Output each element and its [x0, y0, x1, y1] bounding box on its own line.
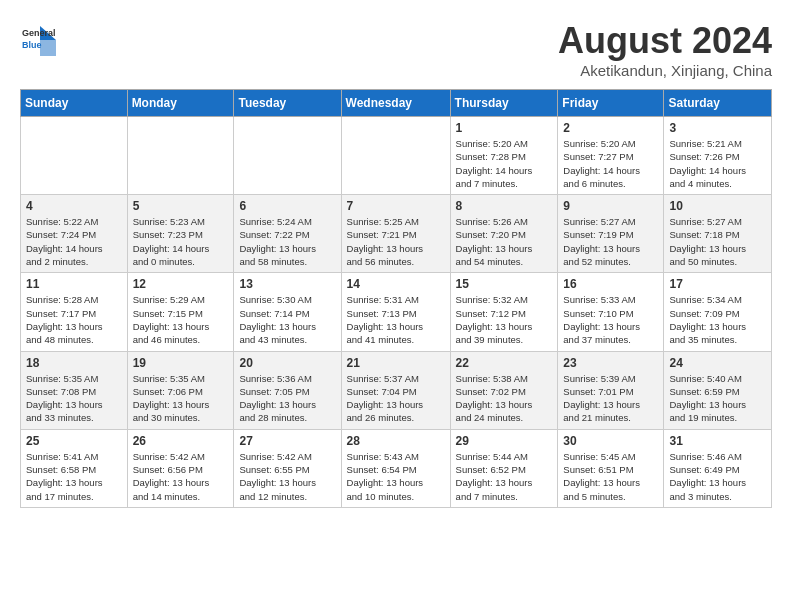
calendar-day-cell: 14Sunrise: 5:31 AM Sunset: 7:13 PM Dayli…	[341, 273, 450, 351]
day-number: 27	[239, 434, 335, 448]
logo: General Blue	[20, 20, 56, 56]
day-number: 23	[563, 356, 658, 370]
calendar-day-cell: 12Sunrise: 5:29 AM Sunset: 7:15 PM Dayli…	[127, 273, 234, 351]
calendar-day-cell: 6Sunrise: 5:24 AM Sunset: 7:22 PM Daylig…	[234, 195, 341, 273]
day-number: 31	[669, 434, 766, 448]
weekday-header: Wednesday	[341, 90, 450, 117]
calendar-day-cell: 17Sunrise: 5:34 AM Sunset: 7:09 PM Dayli…	[664, 273, 772, 351]
day-number: 18	[26, 356, 122, 370]
day-info: Sunrise: 5:26 AM Sunset: 7:20 PM Dayligh…	[456, 215, 553, 268]
calendar-day-cell: 19Sunrise: 5:35 AM Sunset: 7:06 PM Dayli…	[127, 351, 234, 429]
day-info: Sunrise: 5:23 AM Sunset: 7:23 PM Dayligh…	[133, 215, 229, 268]
day-info: Sunrise: 5:44 AM Sunset: 6:52 PM Dayligh…	[456, 450, 553, 503]
svg-text:Blue: Blue	[22, 40, 42, 50]
day-number: 6	[239, 199, 335, 213]
calendar-day-cell: 28Sunrise: 5:43 AM Sunset: 6:54 PM Dayli…	[341, 429, 450, 507]
day-info: Sunrise: 5:35 AM Sunset: 7:08 PM Dayligh…	[26, 372, 122, 425]
day-info: Sunrise: 5:36 AM Sunset: 7:05 PM Dayligh…	[239, 372, 335, 425]
day-number: 30	[563, 434, 658, 448]
calendar-day-cell: 15Sunrise: 5:32 AM Sunset: 7:12 PM Dayli…	[450, 273, 558, 351]
day-number: 19	[133, 356, 229, 370]
day-number: 7	[347, 199, 445, 213]
calendar-day-cell: 3Sunrise: 5:21 AM Sunset: 7:26 PM Daylig…	[664, 117, 772, 195]
day-number: 8	[456, 199, 553, 213]
calendar-day-cell: 7Sunrise: 5:25 AM Sunset: 7:21 PM Daylig…	[341, 195, 450, 273]
month-title: August 2024	[558, 20, 772, 62]
day-info: Sunrise: 5:38 AM Sunset: 7:02 PM Dayligh…	[456, 372, 553, 425]
day-number: 3	[669, 121, 766, 135]
calendar-week-row: 1Sunrise: 5:20 AM Sunset: 7:28 PM Daylig…	[21, 117, 772, 195]
calendar-day-cell: 18Sunrise: 5:35 AM Sunset: 7:08 PM Dayli…	[21, 351, 128, 429]
calendar-day-cell: 8Sunrise: 5:26 AM Sunset: 7:20 PM Daylig…	[450, 195, 558, 273]
calendar-day-cell: 20Sunrise: 5:36 AM Sunset: 7:05 PM Dayli…	[234, 351, 341, 429]
weekday-header: Tuesday	[234, 90, 341, 117]
calendar-day-cell: 23Sunrise: 5:39 AM Sunset: 7:01 PM Dayli…	[558, 351, 664, 429]
weekday-header: Friday	[558, 90, 664, 117]
day-info: Sunrise: 5:37 AM Sunset: 7:04 PM Dayligh…	[347, 372, 445, 425]
day-info: Sunrise: 5:39 AM Sunset: 7:01 PM Dayligh…	[563, 372, 658, 425]
weekday-header: Thursday	[450, 90, 558, 117]
page-header: General Blue August 2024 Aketikandun, Xi…	[20, 20, 772, 79]
day-info: Sunrise: 5:27 AM Sunset: 7:19 PM Dayligh…	[563, 215, 658, 268]
calendar-day-cell: 21Sunrise: 5:37 AM Sunset: 7:04 PM Dayli…	[341, 351, 450, 429]
day-info: Sunrise: 5:41 AM Sunset: 6:58 PM Dayligh…	[26, 450, 122, 503]
day-number: 16	[563, 277, 658, 291]
day-number: 5	[133, 199, 229, 213]
calendar-day-cell: 9Sunrise: 5:27 AM Sunset: 7:19 PM Daylig…	[558, 195, 664, 273]
day-number: 21	[347, 356, 445, 370]
day-info: Sunrise: 5:31 AM Sunset: 7:13 PM Dayligh…	[347, 293, 445, 346]
svg-marker-2	[40, 40, 56, 56]
day-info: Sunrise: 5:29 AM Sunset: 7:15 PM Dayligh…	[133, 293, 229, 346]
day-info: Sunrise: 5:30 AM Sunset: 7:14 PM Dayligh…	[239, 293, 335, 346]
calendar-day-cell	[234, 117, 341, 195]
calendar-week-row: 4Sunrise: 5:22 AM Sunset: 7:24 PM Daylig…	[21, 195, 772, 273]
calendar-table: SundayMondayTuesdayWednesdayThursdayFrid…	[20, 89, 772, 508]
calendar-day-cell: 31Sunrise: 5:46 AM Sunset: 6:49 PM Dayli…	[664, 429, 772, 507]
day-info: Sunrise: 5:22 AM Sunset: 7:24 PM Dayligh…	[26, 215, 122, 268]
calendar-day-cell	[21, 117, 128, 195]
day-info: Sunrise: 5:46 AM Sunset: 6:49 PM Dayligh…	[669, 450, 766, 503]
weekday-header: Sunday	[21, 90, 128, 117]
calendar-week-row: 11Sunrise: 5:28 AM Sunset: 7:17 PM Dayli…	[21, 273, 772, 351]
day-number: 17	[669, 277, 766, 291]
weekday-header: Monday	[127, 90, 234, 117]
calendar-day-cell: 4Sunrise: 5:22 AM Sunset: 7:24 PM Daylig…	[21, 195, 128, 273]
day-number: 9	[563, 199, 658, 213]
calendar-day-cell	[341, 117, 450, 195]
calendar-day-cell: 26Sunrise: 5:42 AM Sunset: 6:56 PM Dayli…	[127, 429, 234, 507]
day-number: 28	[347, 434, 445, 448]
logo-icon: General Blue	[20, 20, 56, 56]
day-number: 1	[456, 121, 553, 135]
day-number: 14	[347, 277, 445, 291]
day-number: 13	[239, 277, 335, 291]
weekday-header: Saturday	[664, 90, 772, 117]
day-number: 10	[669, 199, 766, 213]
day-number: 4	[26, 199, 122, 213]
day-number: 2	[563, 121, 658, 135]
day-info: Sunrise: 5:20 AM Sunset: 7:27 PM Dayligh…	[563, 137, 658, 190]
day-info: Sunrise: 5:40 AM Sunset: 6:59 PM Dayligh…	[669, 372, 766, 425]
day-number: 24	[669, 356, 766, 370]
calendar-day-cell: 1Sunrise: 5:20 AM Sunset: 7:28 PM Daylig…	[450, 117, 558, 195]
calendar-day-cell: 30Sunrise: 5:45 AM Sunset: 6:51 PM Dayli…	[558, 429, 664, 507]
day-number: 26	[133, 434, 229, 448]
header-row: SundayMondayTuesdayWednesdayThursdayFrid…	[21, 90, 772, 117]
calendar-day-cell: 22Sunrise: 5:38 AM Sunset: 7:02 PM Dayli…	[450, 351, 558, 429]
location-subtitle: Aketikandun, Xinjiang, China	[558, 62, 772, 79]
day-number: 29	[456, 434, 553, 448]
calendar-day-cell: 10Sunrise: 5:27 AM Sunset: 7:18 PM Dayli…	[664, 195, 772, 273]
calendar-day-cell: 24Sunrise: 5:40 AM Sunset: 6:59 PM Dayli…	[664, 351, 772, 429]
day-info: Sunrise: 5:42 AM Sunset: 6:55 PM Dayligh…	[239, 450, 335, 503]
calendar-day-cell: 2Sunrise: 5:20 AM Sunset: 7:27 PM Daylig…	[558, 117, 664, 195]
calendar-week-row: 25Sunrise: 5:41 AM Sunset: 6:58 PM Dayli…	[21, 429, 772, 507]
day-info: Sunrise: 5:42 AM Sunset: 6:56 PM Dayligh…	[133, 450, 229, 503]
calendar-day-cell: 5Sunrise: 5:23 AM Sunset: 7:23 PM Daylig…	[127, 195, 234, 273]
day-number: 11	[26, 277, 122, 291]
day-number: 25	[26, 434, 122, 448]
day-info: Sunrise: 5:32 AM Sunset: 7:12 PM Dayligh…	[456, 293, 553, 346]
day-info: Sunrise: 5:33 AM Sunset: 7:10 PM Dayligh…	[563, 293, 658, 346]
calendar-week-row: 18Sunrise: 5:35 AM Sunset: 7:08 PM Dayli…	[21, 351, 772, 429]
day-info: Sunrise: 5:45 AM Sunset: 6:51 PM Dayligh…	[563, 450, 658, 503]
day-number: 22	[456, 356, 553, 370]
calendar-day-cell: 13Sunrise: 5:30 AM Sunset: 7:14 PM Dayli…	[234, 273, 341, 351]
